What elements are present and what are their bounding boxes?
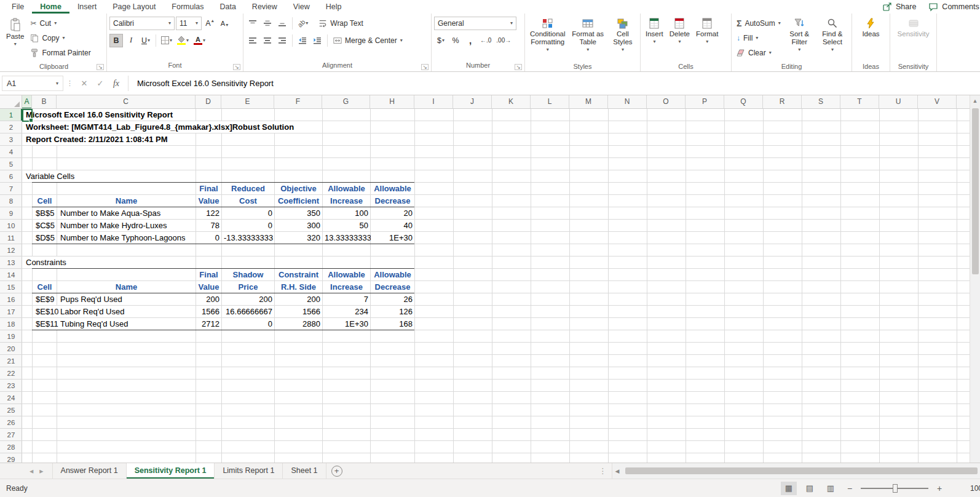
zoom-slider[interactable] <box>861 488 928 489</box>
row-header-5[interactable]: 5 <box>0 158 22 170</box>
ribbon-tab-file[interactable]: File <box>4 0 32 14</box>
column-header-n[interactable]: N <box>608 95 647 109</box>
row-header-29[interactable]: 29 <box>0 453 22 463</box>
decrease-indent-button[interactable] <box>296 34 309 47</box>
delete-cells-button[interactable]: Delete ▾ <box>667 15 692 62</box>
column-header-m[interactable]: M <box>569 95 608 109</box>
row-header-12[interactable]: 12 <box>0 244 22 256</box>
cell-E7[interactable]: Reduced <box>222 183 274 194</box>
row-header-13[interactable]: 13 <box>0 256 22 269</box>
grid-body[interactable]: Microsoft Excel 16.0 Sensitivity ReportW… <box>0 109 970 463</box>
italic-button[interactable]: I <box>124 34 138 47</box>
cell-A13[interactable]: Constraints <box>24 256 68 268</box>
column-header-d[interactable]: D <box>196 95 221 109</box>
font-color-button[interactable]: A ▾ <box>192 34 207 47</box>
ribbon-tab-data[interactable]: Data <box>211 0 243 14</box>
cell-H14[interactable]: Allowable <box>371 269 414 280</box>
sort-filter-button[interactable]: Sort & Filter ▾ <box>784 15 815 62</box>
horizontal-scrollbar[interactable]: ◀ <box>612 463 980 479</box>
cell-F9[interactable]: 350 <box>275 207 322 219</box>
cell-E18[interactable]: 0 <box>222 318 274 330</box>
row-header-2[interactable]: 2 <box>0 121 22 133</box>
cell-G15[interactable]: Increase <box>323 281 370 293</box>
comments-button[interactable]: Comments <box>922 0 980 14</box>
cell-H7[interactable]: Allowable <box>371 183 414 194</box>
decrease-font-size-button[interactable]: A▾ <box>218 17 231 30</box>
cell-B18[interactable]: $E$11 <box>34 318 60 330</box>
cell-C15[interactable]: Name <box>57 281 196 293</box>
ribbon-tab-view[interactable]: View <box>285 0 318 14</box>
cell-G16[interactable]: 7 <box>323 293 370 305</box>
cell-F18[interactable]: 2880 <box>275 318 322 330</box>
row-header-25[interactable]: 25 <box>0 404 22 416</box>
cell-E11[interactable]: -13.33333333 <box>222 232 274 244</box>
column-header-k[interactable]: K <box>492 95 531 109</box>
cell-D11[interactable]: 0 <box>196 232 221 244</box>
cancel-button[interactable]: ✕ <box>76 76 92 91</box>
row-header-21[interactable]: 21 <box>0 355 22 367</box>
column-header-r[interactable]: R <box>763 95 802 109</box>
dialog-launcher-icon[interactable]: ↘ <box>97 64 104 70</box>
row-header-22[interactable]: 22 <box>0 367 22 380</box>
cell-A1[interactable]: Microsoft Excel 16.0 Sensitivity Report <box>24 109 175 121</box>
cell-B16[interactable]: $E$9 <box>34 293 56 305</box>
column-header-g[interactable]: G <box>322 95 370 109</box>
scroll-left-icon[interactable]: ◀ <box>612 466 623 476</box>
cell-C18[interactable]: Tubing Req'd Used <box>58 318 130 330</box>
cell-B17[interactable]: $E$10 <box>34 306 61 317</box>
row-header-11[interactable]: 11 <box>0 232 22 244</box>
merge-center-button[interactable]: Merge & Center ▾ <box>331 33 405 47</box>
normal-view-button[interactable]: ▦ <box>781 482 797 495</box>
increase-decimal-button[interactable]: ←.0 <box>478 34 493 47</box>
dialog-launcher-icon[interactable]: ↘ <box>233 64 240 70</box>
sheet-tab-sensitivity-report-1[interactable]: Sensitivity Report 1 <box>127 463 215 479</box>
clear-button[interactable]: Clear ▾ <box>734 46 783 60</box>
align-left-button[interactable] <box>246 34 259 47</box>
row-header-18[interactable]: 18 <box>0 318 22 330</box>
column-header-h[interactable]: H <box>370 95 414 109</box>
row-header-24[interactable]: 24 <box>0 392 22 404</box>
column-header-i[interactable]: I <box>414 95 453 109</box>
column-header-p[interactable]: P <box>686 95 724 109</box>
page-break-view-button[interactable]: ▥ <box>823 482 839 495</box>
row-header-14[interactable]: 14 <box>0 269 22 281</box>
column-header-l[interactable]: L <box>531 95 569 109</box>
ribbon-tab-help[interactable]: Help <box>318 0 350 14</box>
cell-H8[interactable]: Decrease <box>371 195 414 207</box>
cell-D10[interactable]: 78 <box>196 220 221 231</box>
cell-E8[interactable]: Cost <box>222 195 274 207</box>
zoom-out-button[interactable]: − <box>844 482 856 495</box>
font-name-select[interactable]: Calibri ▾ <box>109 17 175 30</box>
cell-C10[interactable]: Number to Make Hydro-Luxes <box>58 220 168 231</box>
ribbon-tab-review[interactable]: Review <box>244 0 285 14</box>
ribbon-tab-page-layout[interactable]: Page Layout <box>105 0 164 14</box>
cell-E17[interactable]: 16.66666667 <box>222 306 274 317</box>
ribbon-tab-home[interactable]: Home <box>32 0 69 14</box>
align-center-button[interactable] <box>261 34 274 47</box>
cell-F14[interactable]: Constraint <box>275 269 322 280</box>
row-header-6[interactable]: 6 <box>0 170 22 183</box>
cell-H9[interactable]: 20 <box>371 207 414 219</box>
paste-button[interactable]: Paste ▾ <box>4 15 26 62</box>
cell-B8[interactable]: Cell <box>33 195 57 207</box>
cell-F15[interactable]: R.H. Side <box>275 281 322 293</box>
row-header-28[interactable]: 28 <box>0 441 22 453</box>
row-header-3[interactable]: 3 <box>0 133 22 146</box>
decrease-decimal-button[interactable]: .00→ <box>494 34 513 47</box>
cell-E15[interactable]: Price <box>222 281 274 293</box>
column-header-c[interactable]: C <box>57 95 196 109</box>
cell-C17[interactable]: Labor Req'd Used <box>58 306 126 317</box>
prev-sheet-icon[interactable]: ◂ <box>30 466 33 475</box>
cell-D15[interactable]: Value <box>196 281 221 293</box>
cell-H10[interactable]: 40 <box>371 220 414 231</box>
increase-font-size-button[interactable]: A▴ <box>203 17 216 30</box>
vertical-scrollbar[interactable]: ▲ <box>970 95 980 463</box>
column-header-a[interactable]: A <box>22 95 32 109</box>
sheet-tab-answer-report-1[interactable]: Answer Report 1 <box>52 463 127 479</box>
wrap-text-button[interactable]: Wrap Text <box>316 16 366 30</box>
row-header-1[interactable]: 1 <box>0 109 22 121</box>
cell-D8[interactable]: Value <box>196 195 221 207</box>
cell-G17[interactable]: 234 <box>323 306 370 317</box>
sensitivity-button[interactable]: Sensitivity <box>895 15 932 62</box>
comma-style-button[interactable]: , <box>464 34 477 47</box>
